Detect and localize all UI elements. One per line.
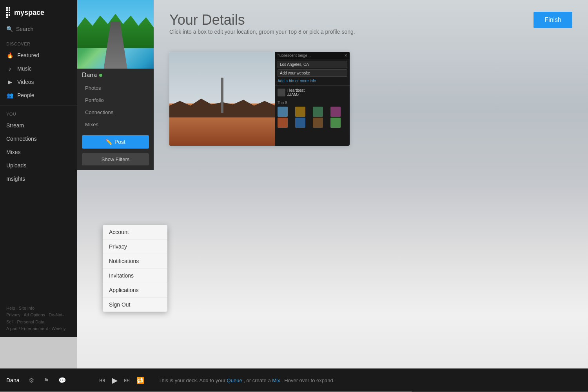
online-indicator — [99, 74, 102, 77]
sidebar-item-insights[interactable]: Insights — [0, 172, 77, 185]
logo[interactable]: myspace — [0, 0, 77, 23]
play-button[interactable]: ▶ — [110, 374, 119, 387]
rewind-button[interactable]: ⏮ — [98, 375, 107, 385]
divider — [0, 105, 77, 105]
profile-name-row: Dana — [77, 69, 154, 82]
main-content: Dana Photos Portfolio Connections Mixes … — [77, 0, 588, 368]
content-area: Dana Photos Portfolio Connections Mixes … — [77, 0, 588, 170]
sidebar-item-connections[interactable]: Connections — [0, 132, 77, 145]
profile-nav-connections[interactable]: Connections — [77, 106, 154, 118]
footer-privacy: Privacy · Ad Options · Do-Not-Sell · Per… — [6, 312, 71, 325]
flame-icon: 🔥 — [6, 52, 13, 58]
mix-link[interactable]: Mix — [272, 377, 280, 383]
logo-icon — [6, 7, 10, 18]
sidebar-item-uploads[interactable]: Uploads — [0, 159, 77, 172]
sidebar-label-videos: Videos — [17, 79, 34, 85]
details-title-text: Your Details — [169, 12, 355, 28]
profile-cover — [77, 0, 154, 69]
top8-thumb-7 — [313, 118, 323, 128]
finish-button[interactable]: Finish — [534, 12, 572, 28]
show-filters-button[interactable]: Show Filters — [82, 153, 149, 165]
sidebar-label-stream: Stream — [6, 122, 24, 129]
top8-thumb-6 — [295, 118, 305, 128]
profile-nav-mixes[interactable]: Mixes — [77, 118, 154, 131]
player-text-2: , or create a — [243, 377, 272, 383]
search-icon: 🔍 — [6, 26, 13, 32]
account-dropdown: Account Privacy Notifications Invitation… — [103, 225, 167, 312]
flag-button[interactable]: ⚑ — [42, 375, 51, 386]
top8-thumb-8 — [330, 118, 341, 128]
post-label: Post — [114, 139, 125, 145]
sidebar-item-people[interactable]: 👥 People — [0, 89, 77, 102]
sidebar-footer: Help · Site Info Privacy · Ad Options · … — [0, 300, 77, 337]
song-artist: JJAMZ — [287, 93, 305, 97]
song-thumbnail — [278, 89, 285, 96]
profile-nav: Photos Portfolio Connections Mixes — [77, 82, 154, 131]
top8-thumb-4 — [330, 107, 341, 117]
people-icon: 👥 — [6, 92, 13, 98]
location-input[interactable]: Los Angeles, CA — [278, 61, 347, 68]
top8-thumb-1 — [278, 107, 288, 117]
sidebar: myspace 🔍 Search DISCOVER 🔥 Featured ♪ M… — [0, 0, 77, 337]
settings-button[interactable]: ⚙ — [27, 375, 36, 386]
footer-links: Help · Site Info — [6, 305, 71, 312]
song-info: Heartbeat JJAMZ — [287, 88, 305, 97]
player-bar: Dana ⚙ ⚑ 💬 ⏮ ▶ ⏭ 🔁 This is your deck. Ad… — [0, 368, 588, 392]
dropdown-item-privacy[interactable]: Privacy — [103, 240, 167, 254]
queue-link[interactable]: Queue — [227, 377, 242, 383]
top8-label: Top 8 — [275, 99, 350, 107]
sidebar-label-featured: Featured — [17, 52, 39, 58]
player-text-1: This is your deck. Add to your — [158, 377, 227, 383]
search-button[interactable]: 🔍 Search — [0, 23, 77, 38]
card-top-bar: fluorescent beige... ✕ — [275, 52, 350, 59]
dropdown-item-sign-out[interactable]: Sign Out — [103, 298, 167, 312]
profile-nav-portfolio[interactable]: Portfolio — [77, 94, 154, 106]
post-icon: ✏️ — [105, 139, 112, 145]
sidebar-item-videos[interactable]: ▶ Videos — [0, 75, 77, 89]
tower-element — [221, 78, 223, 113]
discover-label: DISCOVER — [0, 38, 77, 49]
fast-forward-button[interactable]: ⏭ — [122, 375, 132, 385]
player-user-name: Dana — [6, 377, 19, 383]
details-card: fluorescent beige... ✕ Los Angeles, CA A… — [169, 52, 350, 146]
top8-thumb-2 — [295, 107, 305, 117]
dropdown-item-account[interactable]: Account — [103, 225, 167, 240]
profile-panel: Dana Photos Portfolio Connections Mixes … — [77, 0, 154, 170]
top8-thumb-3 — [313, 107, 323, 117]
card-close-icon: ✕ — [344, 53, 347, 58]
loop-button[interactable]: 🔁 — [135, 375, 146, 386]
music-icon: ♪ — [6, 65, 13, 72]
details-subtitle: Click into a box to edit your location, … — [169, 28, 355, 36]
details-header: Your Details Click into a box to edit yo… — [169, 12, 572, 45]
top8-grid — [275, 107, 350, 130]
dropdown-item-notifications[interactable]: Notifications — [103, 254, 167, 269]
sidebar-label-uploads: Uploads — [6, 162, 26, 169]
search-label: Search — [16, 26, 33, 32]
post-button[interactable]: ✏️ Post — [82, 135, 149, 149]
video-icon: ▶ — [6, 79, 13, 85]
profile-nav-photos[interactable]: Photos — [77, 82, 154, 94]
card-details-sidebar: fluorescent beige... ✕ Los Angeles, CA A… — [275, 52, 350, 146]
player-controls: ⏮ ▶ ⏭ 🔁 — [98, 374, 146, 387]
sidebar-label-connections: Connections — [6, 136, 37, 142]
dropdown-item-invitations[interactable]: Invitations — [103, 269, 167, 283]
add-bio-link[interactable]: Add a bio or more info — [278, 78, 347, 84]
profile-name: Dana — [82, 72, 97, 79]
sidebar-item-stream[interactable]: Stream — [0, 119, 77, 132]
sidebar-item-featured[interactable]: 🔥 Featured — [0, 49, 77, 62]
top8-thumb-5 — [278, 118, 288, 128]
song-title: Heartbeat — [287, 88, 305, 93]
card-song-row[interactable]: Heartbeat JJAMZ — [275, 86, 350, 99]
dropdown-item-applications[interactable]: Applications — [103, 283, 167, 298]
sidebar-item-music[interactable]: ♪ Music — [0, 62, 77, 75]
chat-button[interactable]: 💬 — [57, 375, 68, 386]
player-message: This is your deck. Add to your Queue , o… — [158, 377, 334, 383]
website-input[interactable]: Add your website — [278, 69, 347, 77]
sidebar-label-people: People — [17, 92, 34, 98]
card-form-location[interactable]: Los Angeles, CA Add your website Add a b… — [275, 59, 350, 86]
sidebar-label-insights: Insights — [6, 176, 25, 182]
card-top-bar-text: fluorescent beige... — [278, 53, 311, 58]
details-panel: Your Details Click into a box to edit yo… — [154, 0, 588, 170]
sidebar-item-mixes[interactable]: Mixes — [0, 145, 77, 159]
player-text-3: . Hover over to expand. — [281, 377, 334, 383]
